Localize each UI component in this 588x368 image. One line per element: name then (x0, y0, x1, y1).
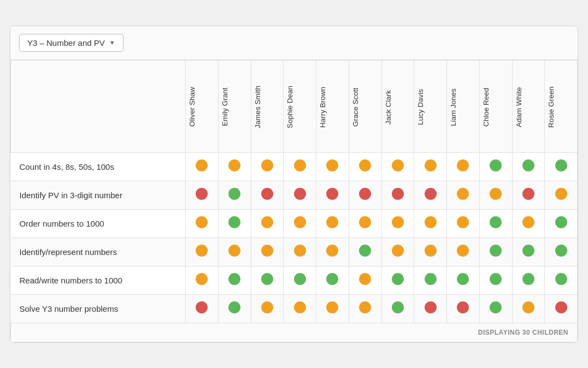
cell-5-9 (479, 294, 512, 323)
student-name-5: Grace Scott (351, 65, 360, 147)
dot-red-icon (196, 188, 208, 200)
cell-5-7 (414, 294, 447, 323)
student-header-0: Oliver Shaw (186, 60, 219, 152)
cell-2-4 (316, 209, 349, 238)
dot-orange-icon (261, 159, 273, 171)
dot-green-icon (490, 245, 502, 257)
cell-1-3 (284, 181, 316, 209)
skill-label-2: Order numbers to 1000 (11, 209, 186, 238)
dot-orange-icon (555, 188, 567, 200)
cell-3-1 (218, 238, 251, 266)
dot-orange-icon (196, 216, 208, 228)
cell-4-5 (349, 266, 381, 294)
table-row: Identify PV in 3-digit number (11, 181, 578, 209)
cell-2-9 (479, 209, 512, 238)
cell-2-0 (186, 209, 219, 238)
dot-green-icon (555, 273, 567, 285)
dot-orange-icon (294, 245, 306, 257)
dot-orange-icon (294, 301, 306, 313)
cell-4-11 (545, 266, 578, 294)
cell-3-11 (545, 238, 578, 266)
dot-red-icon (196, 301, 208, 313)
dot-orange-icon (359, 273, 371, 285)
cell-2-5 (349, 209, 381, 238)
dot-red-icon (294, 188, 306, 200)
cell-2-7 (414, 209, 447, 238)
student-header-11: Rosie Green (545, 60, 578, 152)
dot-green-icon (555, 245, 567, 257)
dot-red-icon (326, 188, 338, 200)
dot-red-icon (425, 188, 437, 200)
cell-3-8 (447, 238, 480, 266)
dot-orange-icon (392, 245, 404, 257)
dot-green-icon (490, 273, 502, 285)
footer-text: DISPLAYING 30 CHILDREN (11, 323, 578, 342)
cell-4-6 (381, 266, 414, 294)
student-name-7: Lucy Davis (416, 65, 425, 147)
dot-red-icon (261, 188, 273, 200)
cell-2-3 (284, 209, 316, 238)
dropdown-label: Y3 – Number and PV (27, 38, 105, 48)
dot-green-icon (392, 301, 404, 313)
dot-orange-icon (196, 273, 208, 285)
dot-orange-icon (359, 216, 371, 228)
student-header-3: Sophie Dean (284, 60, 316, 152)
dot-orange-icon (457, 216, 469, 228)
dot-orange-icon (196, 245, 208, 257)
cell-1-1 (218, 181, 251, 209)
dot-red-icon (457, 301, 469, 313)
dot-orange-icon (425, 159, 437, 171)
cell-5-1 (218, 294, 251, 323)
dot-green-icon (522, 273, 534, 285)
table-row: Solve Y3 number problems (11, 294, 578, 323)
student-name-0: Oliver Shaw (188, 65, 196, 147)
dot-green-icon (522, 159, 534, 171)
cell-4-4 (316, 266, 349, 294)
cell-2-1 (218, 209, 251, 238)
main-card: Y3 – Number and PV ▼ Oliver ShawEmily Gr… (10, 26, 578, 343)
dot-green-icon (425, 273, 437, 285)
topic-dropdown[interactable]: Y3 – Number and PV ▼ (19, 34, 124, 52)
dot-green-icon (326, 273, 338, 285)
dot-green-icon (490, 159, 502, 171)
cell-2-2 (251, 209, 284, 238)
dot-orange-icon (261, 216, 273, 228)
cell-4-8 (447, 266, 480, 294)
cell-4-3 (284, 266, 316, 294)
student-header-8: Liam Jones (447, 60, 480, 152)
cell-0-0 (186, 152, 219, 181)
cell-4-10 (512, 266, 545, 294)
cell-0-8 (447, 152, 480, 181)
dot-orange-icon (196, 159, 208, 171)
student-name-10: Adam White (515, 65, 523, 147)
cell-1-4 (316, 181, 349, 209)
dot-green-icon (555, 159, 567, 171)
skill-label-0: Count in 4s, 8s, 50s, 100s (11, 152, 186, 181)
dot-orange-icon (359, 159, 371, 171)
dot-green-icon (261, 273, 273, 285)
student-header-2: James Smith (251, 60, 284, 152)
dot-orange-icon (261, 245, 273, 257)
student-header-1: Emily Grant (218, 60, 251, 152)
card-header: Y3 – Number and PV ▼ (10, 26, 578, 60)
table-wrapper: Oliver ShawEmily GrantJames SmithSophie … (10, 60, 578, 342)
student-header-9: Chloe Reed (479, 60, 512, 152)
dot-green-icon (490, 216, 502, 228)
cell-5-0 (186, 294, 219, 323)
dot-green-icon (555, 216, 567, 228)
student-name-8: Liam Jones (449, 65, 457, 147)
cell-2-6 (381, 209, 414, 238)
dot-red-icon (522, 188, 534, 200)
cell-1-10 (512, 181, 545, 209)
cell-1-9 (479, 181, 512, 209)
cell-3-4 (316, 238, 349, 266)
cell-0-4 (316, 152, 349, 181)
student-name-9: Chloe Reed (482, 65, 490, 147)
dot-orange-icon (457, 159, 469, 171)
dot-orange-icon (326, 245, 338, 257)
skill-label-4: Read/write numbers to 1000 (11, 266, 186, 294)
results-table: Oliver ShawEmily GrantJames SmithSophie … (10, 60, 578, 342)
cell-4-0 (186, 266, 219, 294)
student-name-1: Emily Grant (221, 65, 229, 147)
dot-green-icon (228, 188, 240, 200)
